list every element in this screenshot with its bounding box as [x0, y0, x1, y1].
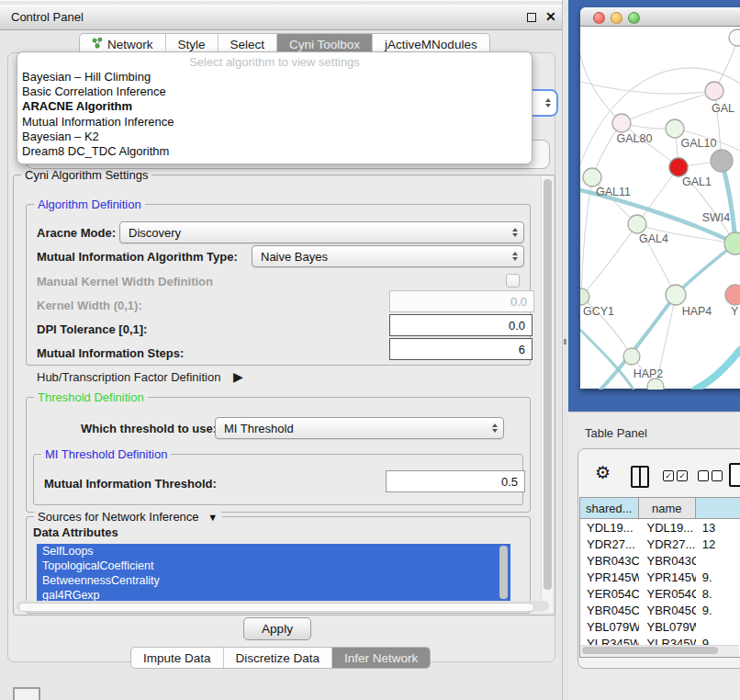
network-edge[interactable]	[580, 82, 714, 94]
dropdown-item-basic-correlation-inference[interactable]: Basic Correlation Inference	[17, 85, 532, 99]
table-cell[interactable]: YER054C	[639, 587, 696, 601]
table-cell[interactable]: YER054C	[580, 587, 639, 601]
settings-scrollbar[interactable]	[541, 176, 553, 612]
network-node-y[interactable]	[725, 285, 740, 305]
apply-button[interactable]: Apply	[243, 617, 311, 640]
network-node[interactable]	[729, 29, 740, 46]
network-node-hap2[interactable]	[623, 348, 640, 365]
zoom-traffic-light-icon[interactable]	[628, 12, 640, 24]
table-cell[interactable]: 9.	[696, 604, 740, 617]
network-node-gal11[interactable]	[583, 168, 601, 186]
close-icon[interactable]: ✕	[545, 10, 556, 23]
table-cell[interactable]: YBR045C	[639, 604, 696, 617]
hub-definition-toggle[interactable]: Hub/Transcription Factor Definition ▶	[37, 369, 243, 384]
table-column-header-cut[interactable]	[696, 498, 740, 519]
column-layout-icon[interactable]	[631, 466, 649, 488]
table-cell[interactable]: YBL079W	[580, 620, 639, 634]
table-cell[interactable]: YBR045C	[580, 604, 639, 617]
attribute-item-selfloops[interactable]: SelfLoops	[37, 544, 510, 559]
combo-spinner-icon	[512, 252, 518, 261]
network-edge[interactable]	[676, 243, 735, 295]
deselect-checkbox-icon[interactable]	[698, 470, 709, 481]
bottom-tab-discretize-data[interactable]: Discretize Data	[224, 648, 333, 668]
splitter-handle[interactable]	[564, 339, 566, 344]
gear-icon[interactable]: ⚙	[595, 463, 611, 483]
sources-group-toggle[interactable]: Sources for Network Inference ▼	[34, 510, 221, 524]
table-row[interactable]: YBR045CYBR045C9.	[580, 602, 740, 618]
table-column-header-shared[interactable]: shared...	[580, 498, 639, 519]
table-cell[interactable]: YDR27...	[580, 537, 639, 551]
network-node-gal80[interactable]	[612, 114, 631, 132]
dpi-tolerance-label: DPI Tolerance [0,1]:	[37, 322, 147, 336]
mi-type-combobox[interactable]: Naive Bayes	[252, 245, 524, 267]
kernel-width-field: 0.0	[389, 290, 534, 312]
network-edge[interactable]	[622, 91, 714, 123]
table-cell[interactable]: YBR043C	[580, 554, 639, 568]
bottom-tab-impute-data[interactable]: Impute Data	[131, 648, 224, 668]
network-edge[interactable]	[581, 177, 592, 297]
dropdown-item-aracne-algorithm[interactable]: ARACNE Algorithm	[17, 99, 532, 114]
dpi-tolerance-value: 0.0	[509, 319, 525, 333]
minimized-panel-icon[interactable]	[13, 687, 40, 700]
network-node-gal1[interactable]	[669, 158, 688, 176]
table-row[interactable]: YDR27...YDR27...12	[580, 536, 740, 552]
attributes-list-scrollbar-thumb[interactable]	[499, 546, 508, 599]
attribute-item-topologicalcoefficient[interactable]: TopologicalCoefficient	[37, 559, 510, 573]
network-node-gal10[interactable]	[666, 119, 684, 138]
mi-threshold-group-title: MI Threshold Definition	[41, 447, 171, 461]
float-panel-icon[interactable]	[527, 13, 536, 22]
table-row[interactable]: YPR145WYPR145W9.	[580, 569, 740, 585]
table-cell[interactable]: YBR043C	[639, 554, 696, 568]
chevron-down-icon[interactable]: ▼	[207, 512, 218, 523]
network-node[interactable]	[711, 150, 733, 172]
attribute-item-betweennesscentrality[interactable]: BetweennessCentrality	[37, 573, 510, 588]
select-all-checkbox-icon[interactable]: ✓	[677, 470, 688, 481]
select-all-checkbox-icon[interactable]: ✓	[663, 470, 674, 481]
network-node-gal[interactable]	[705, 82, 723, 100]
dropdown-item-bayesian-hill-climbing[interactable]: Bayesian – Hill Climbing	[17, 70, 532, 85]
aracne-mode-combobox[interactable]: Discovery	[119, 221, 524, 243]
chevron-right-icon[interactable]: ▶	[233, 369, 243, 384]
table-cell[interactable]: YDL19...	[639, 521, 696, 535]
network-edge[interactable]	[581, 224, 637, 297]
manual-kernel-checkbox[interactable]	[506, 274, 520, 288]
bottom-tab-infer-network[interactable]: Infer Network	[332, 648, 430, 668]
mi-threshold-field[interactable]: 0.5	[386, 470, 525, 492]
table-row[interactable]: YBL079WYBL079W	[580, 618, 740, 635]
table-row[interactable]: YDL19...YDL19...13	[580, 519, 740, 536]
dpi-tolerance-field[interactable]: 0.0	[389, 314, 533, 336]
table-column-header-name[interactable]: name	[639, 498, 696, 519]
dropdown-item-dream8-dc-tdc-algorithm[interactable]: Dream8 DC_TDC Algorithm	[17, 144, 532, 159]
kernel-width-label: Kernel Width (0,1):	[37, 299, 142, 312]
table-cell[interactable]: 13	[696, 521, 740, 535]
dropdown-item-bayesian-k2[interactable]: Bayesian – K2	[17, 130, 532, 144]
table-cell[interactable]: 9.	[696, 570, 740, 584]
table-row[interactable]: YER054CYER054C8.	[580, 585, 740, 602]
deselect-checkbox-icon[interactable]	[712, 470, 723, 481]
table-cell[interactable]: YPR145W	[580, 570, 639, 584]
network-node-swi4[interactable]	[724, 232, 740, 254]
minimize-traffic-light-icon[interactable]	[611, 12, 622, 24]
export-table-icon[interactable]	[729, 463, 740, 487]
which-threshold-combobox[interactable]: MI Threshold	[215, 417, 504, 439]
network-window-titlebar[interactable]	[580, 7, 740, 27]
mi-steps-field[interactable]: 6	[389, 338, 533, 360]
network-node-hap4[interactable]	[666, 285, 686, 305]
network-canvas[interactable]: GALGAL80GAL10GAL11GAL1SWI4GAL4GCY1HAP4YH…	[580, 27, 740, 390]
table-cell[interactable]: 8.	[696, 587, 740, 601]
settings-scrollbar-thumb[interactable]	[544, 179, 552, 590]
table-horizontal-scrollbar-thumb[interactable]	[582, 647, 718, 654]
network-edge[interactable]	[695, 350, 740, 390]
table-cell[interactable]: 12	[696, 537, 740, 551]
table-cell[interactable]: YBL079W	[639, 620, 696, 634]
settings-horizontal-scrollbar-thumb[interactable]	[18, 603, 534, 612]
table-row[interactable]: YBR043CYBR043C	[580, 552, 740, 569]
close-traffic-light-icon[interactable]	[593, 12, 605, 24]
table-cell[interactable]: YDL19...	[580, 521, 639, 535]
table-cell[interactable]: YDR27...	[639, 537, 696, 551]
dropdown-item-mutual-information-inference[interactable]: Mutual Information Inference	[17, 115, 532, 130]
network-node-gal4[interactable]	[628, 215, 646, 233]
table-cell[interactable]: YPR145W	[639, 570, 696, 584]
network-edge[interactable]	[722, 161, 735, 243]
application-window: Control Panel ✕ NetworkStyleSelectCyni T…	[0, 0, 740, 700]
